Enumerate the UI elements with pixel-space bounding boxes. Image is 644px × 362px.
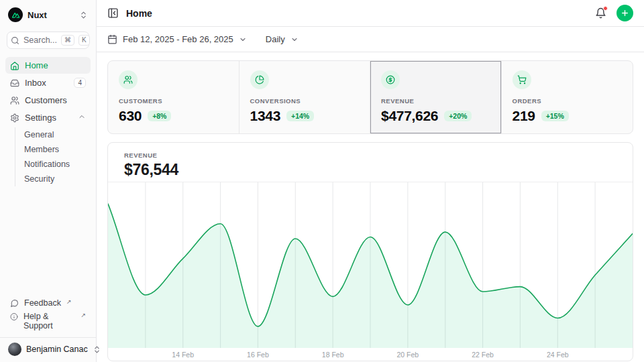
stat-value: 630 xyxy=(119,108,142,124)
sidebar: Nuxt Search... ⌘ K Home Inbox 4 Cust xyxy=(0,0,97,362)
feedback-link[interactable]: Feedback ↗ xyxy=(5,296,91,310)
sidebar-item-home[interactable]: Home xyxy=(5,57,91,74)
sidebar-item-security[interactable]: Security xyxy=(24,172,91,186)
stat-delta-badge: +8% xyxy=(148,111,171,122)
app-root: Nuxt Search... ⌘ K Home Inbox 4 Cust xyxy=(0,0,644,362)
main-area: Home Feb 12, 2025 - Feb 26, 2025 Daily xyxy=(97,0,644,362)
date-range-picker[interactable]: Feb 12, 2025 - Feb 26, 2025 xyxy=(107,34,247,44)
dollar-circle-icon xyxy=(381,70,400,89)
revenue-chart-card: REVENUE $76,544 14 Feb16 Feb18 Feb20 Feb… xyxy=(107,142,633,361)
search-icon xyxy=(11,36,19,45)
user-avatar xyxy=(8,343,21,356)
workspace-name: Nuxt xyxy=(28,10,74,20)
external-link-icon: ↗ xyxy=(80,312,86,318)
page-title: Home xyxy=(126,8,152,19)
chevron-down-icon xyxy=(239,36,247,44)
add-button[interactable] xyxy=(616,5,633,21)
notification-dot xyxy=(603,6,608,11)
inbox-count-badge: 4 xyxy=(74,78,86,88)
users-icon xyxy=(10,96,19,105)
sidebar-item-members[interactable]: Members xyxy=(24,142,91,157)
sidebar-item-label: Inbox xyxy=(25,78,46,88)
kbd-k: K xyxy=(78,35,90,46)
dashboard-content: CUSTOMERS 630 +8% CONVERSIONS 1343 +14% xyxy=(97,52,644,361)
chevron-up-down-icon xyxy=(79,11,88,19)
sidebar-item-settings[interactable]: Settings xyxy=(5,109,91,126)
sidebar-item-general[interactable]: General xyxy=(24,127,91,142)
sidebar-item-label: Customers xyxy=(25,95,67,105)
stat-label: REVENUE xyxy=(381,97,490,105)
x-axis-tick-label: 22 Feb xyxy=(472,351,494,359)
sidebar-nav: Home Inbox 4 Customers Settings General xyxy=(5,57,91,186)
panel-left-close-icon xyxy=(107,7,119,19)
help-support-label: Help & Support xyxy=(23,312,76,330)
filters-toolbar: Feb 12, 2025 - Feb 26, 2025 Daily xyxy=(97,27,644,52)
chevron-down-icon xyxy=(290,36,299,44)
stat-card-revenue[interactable]: REVENUE $477,626 +20% xyxy=(370,61,502,133)
search-placeholder: Search... xyxy=(23,36,57,45)
feedback-label: Feedback xyxy=(24,298,61,308)
chart-header: REVENUE $76,544 xyxy=(108,143,633,182)
stat-card-customers[interactable]: CUSTOMERS 630 +8% xyxy=(108,61,239,133)
x-axis-tick-label: 20 Feb xyxy=(396,351,419,359)
sidebar-item-label: Settings xyxy=(25,113,56,123)
help-support-link[interactable]: Help & Support ↗ xyxy=(5,310,91,333)
chart-plot-area[interactable] xyxy=(108,182,633,348)
stats-row: CUSTOMERS 630 +8% CONVERSIONS 1343 +14% xyxy=(107,60,633,134)
stat-label: CUSTOMERS xyxy=(119,97,228,105)
user-section: Benjamin Canac xyxy=(0,337,96,362)
gear-icon xyxy=(10,113,19,123)
sidebar-spacer xyxy=(5,186,91,296)
x-axis-tick-label: 14 Feb xyxy=(172,351,194,359)
user-name: Benjamin Canac xyxy=(26,345,88,354)
stat-value: 1343 xyxy=(250,108,281,124)
stat-delta-badge: +20% xyxy=(444,111,472,122)
stat-label: ORDERS xyxy=(513,97,623,105)
revenue-area-chart[interactable] xyxy=(108,182,633,348)
stat-value: 219 xyxy=(513,108,535,124)
chevron-up-icon xyxy=(78,113,86,123)
stat-value: $477,626 xyxy=(381,108,438,124)
sidebar-item-customers[interactable]: Customers xyxy=(5,92,91,109)
stat-delta-badge: +15% xyxy=(541,111,569,122)
nuxt-logo-icon xyxy=(8,7,23,22)
top-header: Home xyxy=(97,0,644,27)
stat-card-orders[interactable]: ORDERS 219 +15% xyxy=(502,61,633,133)
cart-icon xyxy=(513,70,531,89)
sidebar-item-label: Home xyxy=(25,60,48,70)
collapse-sidebar-button[interactable] xyxy=(107,7,119,19)
stat-label: CONVERSIONS xyxy=(250,97,360,105)
x-axis-tick-label: 18 Feb xyxy=(322,351,344,359)
inbox-icon xyxy=(10,78,19,88)
date-range-value: Feb 12, 2025 - Feb 26, 2025 xyxy=(123,34,233,44)
chart-x-axis-labels: 14 Feb16 Feb18 Feb20 Feb22 Feb24 Feb xyxy=(108,348,633,361)
header-actions xyxy=(595,5,633,21)
settings-submenu: General Members Notifications Security xyxy=(15,127,91,186)
search-input[interactable]: Search... ⌘ K xyxy=(7,32,89,49)
message-bubble-icon xyxy=(10,299,19,308)
granularity-value: Daily xyxy=(266,34,285,44)
chart-title: REVENUE xyxy=(124,152,616,159)
user-menu[interactable]: Benjamin Canac xyxy=(8,343,88,356)
workspace-switcher[interactable]: Nuxt xyxy=(5,5,91,24)
stat-card-conversions[interactable]: CONVERSIONS 1343 +14% xyxy=(239,61,371,133)
users-icon xyxy=(119,70,138,89)
granularity-select[interactable]: Daily xyxy=(266,34,299,44)
kbd-meta: ⌘ xyxy=(61,35,74,46)
stat-delta-badge: +14% xyxy=(286,111,314,122)
calendar-icon xyxy=(107,34,117,44)
plus-icon xyxy=(621,9,629,17)
external-link-icon: ↗ xyxy=(66,298,72,305)
info-circle-icon xyxy=(10,312,18,321)
x-axis-tick-label: 16 Feb xyxy=(247,351,269,359)
sidebar-item-inbox[interactable]: Inbox 4 xyxy=(5,74,91,91)
sidebar-item-notifications[interactable]: Notifications xyxy=(24,157,91,172)
pie-chart-icon xyxy=(250,70,269,89)
x-axis-tick-label: 24 Feb xyxy=(547,351,569,359)
home-icon xyxy=(10,61,19,70)
chart-current-value: $76,544 xyxy=(124,161,616,179)
notifications-button[interactable] xyxy=(595,7,606,19)
